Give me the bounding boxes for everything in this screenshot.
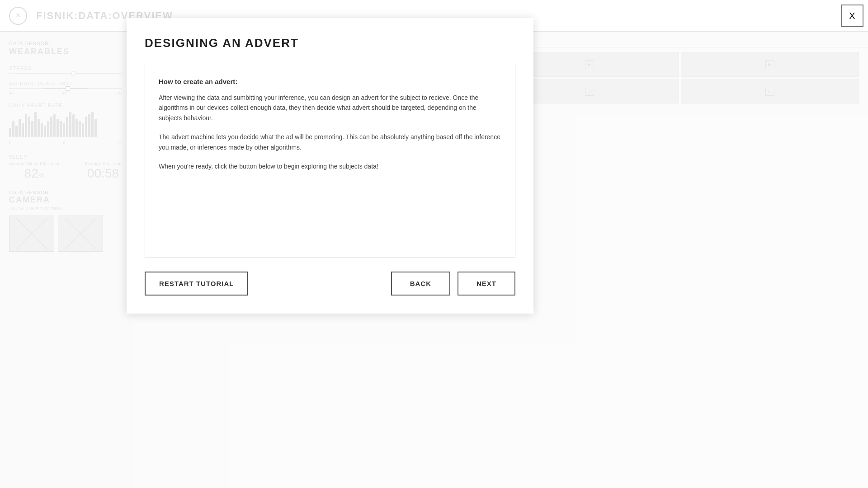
modal-dialog: DESIGNING AN ADVERT How to create an adv… xyxy=(127,18,533,314)
modal-paragraph-1: After viewing the data and sumbitting yo… xyxy=(159,93,501,123)
modal-subtitle: How to create an advert: xyxy=(159,78,501,85)
modal-footer: RESTART TUTORIAL BACK NEXT xyxy=(145,272,515,296)
back-button[interactable]: BACK xyxy=(391,272,450,296)
modal-paragraph-3: When you're ready, click the button belo… xyxy=(159,161,501,171)
modal-title: DESIGNING AN ADVERT xyxy=(145,36,515,50)
modal-content-box: How to create an advert: After viewing t… xyxy=(145,64,515,258)
modal-paragraph-2: The advert machine lets you decide what … xyxy=(159,132,501,152)
next-button[interactable]: NEXT xyxy=(458,272,515,296)
x-close-button[interactable]: X xyxy=(841,5,863,27)
x-close-label: X xyxy=(849,11,855,21)
restart-tutorial-button[interactable]: RESTART TUTORIAL xyxy=(145,272,248,296)
